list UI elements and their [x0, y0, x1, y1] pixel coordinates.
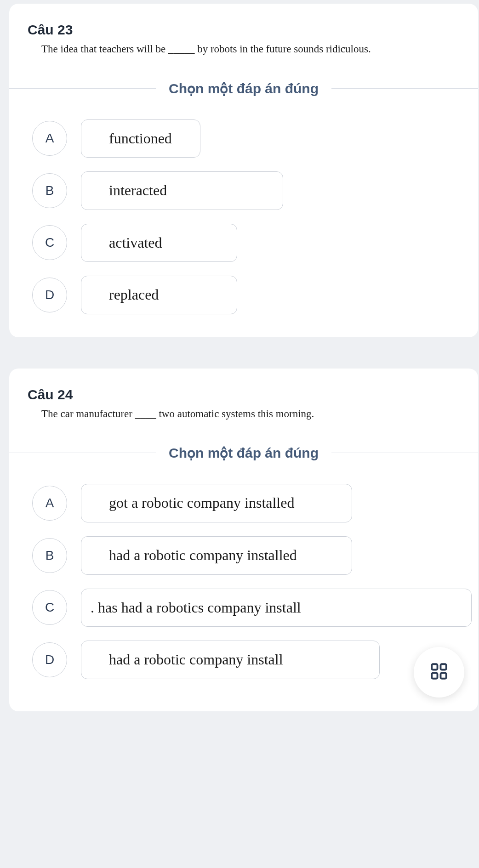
divider-line — [331, 453, 478, 453]
option-text: got a robotic company installed — [81, 484, 352, 522]
option-d[interactable]: D replaced — [32, 276, 478, 314]
option-b[interactable]: B had a robotic company installed — [32, 536, 478, 575]
question-title: Câu 23 — [9, 22, 478, 41]
options-list: A functioned B interacted C activated D … — [9, 119, 478, 314]
option-letter: A — [32, 121, 67, 156]
option-letter: C — [32, 225, 67, 260]
prompt-divider: Chọn một đáp án đúng — [9, 80, 478, 96]
svg-rect-1 — [441, 664, 446, 669]
option-b[interactable]: B interacted — [32, 171, 478, 210]
question-text: The car manufacturer ____ two automatic … — [9, 406, 478, 422]
grid-icon — [429, 662, 449, 683]
divider-line — [9, 88, 156, 89]
option-text: activated — [81, 224, 237, 262]
option-text: had a robotic company install — [81, 641, 380, 679]
option-a[interactable]: A functioned — [32, 119, 478, 158]
divider-line — [9, 453, 156, 453]
option-letter: C — [32, 590, 67, 625]
option-text: . has had a robotics company install — [81, 589, 472, 627]
svg-rect-3 — [441, 673, 446, 678]
prompt-label: Chọn một đáp án đúng — [156, 80, 331, 96]
prompt-divider: Chọn một đáp án đúng — [9, 445, 478, 461]
option-d[interactable]: D had a robotic company install — [32, 641, 478, 679]
svg-rect-0 — [432, 664, 437, 669]
option-a[interactable]: A got a robotic company installed — [32, 484, 478, 522]
divider-line — [331, 88, 478, 89]
prompt-label: Chọn một đáp án đúng — [156, 445, 331, 461]
option-c[interactable]: C activated — [32, 224, 478, 262]
option-letter: D — [32, 278, 67, 312]
option-text: replaced — [81, 276, 237, 314]
option-c[interactable]: C . has had a robotics company install — [32, 589, 478, 627]
option-text: functioned — [81, 119, 200, 158]
option-text: had a robotic company installed — [81, 536, 352, 575]
option-letter: B — [32, 538, 67, 573]
question-text: The idea that teachers will be _____ by … — [9, 41, 478, 57]
grid-menu-button[interactable] — [414, 647, 464, 698]
option-letter: A — [32, 486, 67, 521]
option-letter: B — [32, 173, 67, 208]
options-list: A got a robotic company installed B had … — [9, 484, 478, 679]
question-title: Câu 24 — [9, 387, 478, 406]
svg-rect-2 — [432, 673, 437, 678]
option-letter: D — [32, 642, 67, 677]
question-card: Câu 24 The car manufacturer ____ two aut… — [9, 369, 478, 711]
option-text: interacted — [81, 171, 283, 210]
question-card: Câu 23 The idea that teachers will be __… — [9, 4, 478, 337]
